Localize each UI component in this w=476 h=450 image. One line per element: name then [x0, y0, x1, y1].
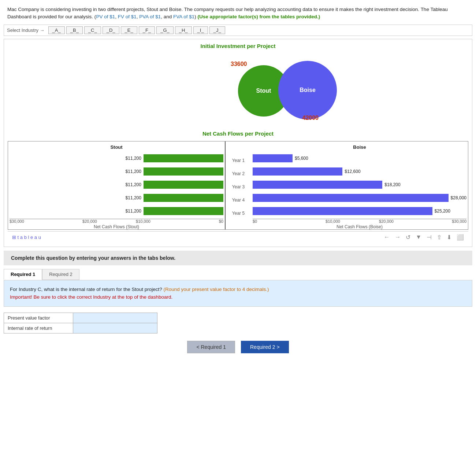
boise-axis-30k: $30,000 [413, 219, 466, 224]
stout-axis: $30,000 $20,000 $10,000 $0 [10, 219, 223, 224]
nav-back-icon[interactable]: ← [384, 234, 390, 241]
boise-axis-10k: $10,000 [306, 219, 360, 224]
year-3-label: Year 3 [226, 180, 251, 193]
stout-bar-row-4: $11,200 [10, 192, 223, 204]
boise-chart: Boise $5,600 $12,600 $18,200 $28,000 [251, 141, 468, 229]
irr-input[interactable] [77, 325, 153, 331]
answer-table: Present value factor Internal rate of re… [4, 313, 157, 333]
nav-start-icon[interactable]: ⊣ [427, 234, 432, 241]
nav-tab-e[interactable]: _E_ [121, 26, 137, 34]
stout-bar-fill-2 [144, 167, 223, 176]
boise-bar-row-4: $28,000 [253, 192, 466, 204]
boise-bar-value-2: $12,600 [342, 169, 360, 174]
pvf-input[interactable] [77, 315, 153, 321]
stout-chart-title: Stout [10, 144, 223, 150]
bottom-buttons: < Required 1 Required 2 > [4, 341, 472, 353]
stout-bar-value-4: $11,200 [126, 195, 144, 200]
nav-tab-c[interactable]: _C_ [84, 26, 101, 34]
boise-bars-container: $5,600 $12,600 $18,200 $28,000 $25,200 [253, 152, 466, 217]
stout-bar-graphic-4: $11,200 [10, 194, 223, 202]
tab-required2[interactable]: Required 2 [42, 269, 79, 280]
stout-bar-value-2: $11,200 [126, 169, 144, 174]
boise-bar-row-5: $25,200 [253, 205, 466, 217]
bold-instruction: (Use appropriate factor(s) from the tabl… [198, 14, 320, 19]
intro-text: Mac Company is considering investing in … [0, 0, 476, 25]
boise-axis-0: $0 [253, 219, 306, 224]
stout-axis-20k: $20,000 [63, 219, 116, 224]
btn-required2[interactable]: Required 2 > [241, 341, 289, 353]
stout-bar-row-2: $11,200 [10, 165, 223, 178]
nav-refresh-icon[interactable]: ↺ [406, 234, 410, 241]
nav-share-icon[interactable]: ⇧ [437, 234, 442, 241]
question-box: For Industry C, what is the internal rat… [4, 280, 472, 307]
boise-bar-graphic-4: $28,000 [253, 194, 466, 202]
nav-tab-b[interactable]: _B_ [66, 26, 83, 34]
boise-chart-title: Boise [253, 144, 466, 150]
nav-tab-j[interactable]: _J_ [209, 26, 225, 34]
dashboard: Initial Investment per Project 33600 Sto… [4, 39, 472, 247]
stout-bar-graphic-1: $11,200 [10, 154, 223, 162]
boise-bar-fill-5 [253, 207, 432, 215]
boise-bar-row-3: $18,200 [253, 178, 466, 191]
boise-bar-fill-1 [253, 154, 293, 162]
pv-link[interactable]: PV of $1 [96, 14, 115, 19]
boise-bar-graphic-1: $5,600 [253, 154, 466, 162]
pvf-label: Present value factor [4, 313, 73, 323]
boise-bar-row-2: $12,600 [253, 165, 466, 178]
nav-forward-icon[interactable]: → [395, 234, 401, 241]
boise-axis: $0 $10,000 $20,000 $30,000 [253, 219, 466, 224]
stout-axis-0: $0 [170, 219, 223, 224]
boise-bubble: Boise [278, 61, 337, 119]
boise-value: 42000 [302, 115, 319, 121]
nav-tab-a[interactable]: _A_ [48, 26, 65, 34]
tableau-footer: ⊞ t a b l e a u ← → ↺ ▼ ⊣ ⇧ ⬇ ⬜ [8, 231, 468, 243]
stout-bar-fill-1 [144, 154, 223, 162]
stout-axis-10k: $10,000 [116, 219, 170, 224]
boise-bar-value-5: $25,200 [432, 209, 450, 214]
boise-bubble-label: Boise [300, 87, 316, 93]
stout-footer: Net Cash Flows (Stout) [10, 224, 223, 229]
nav-tab-i[interactable]: _I_ [193, 26, 208, 34]
boise-bar-row-1: $5,600 [253, 152, 466, 165]
irr-input-cell[interactable] [73, 323, 157, 333]
pvf-input-cell[interactable] [73, 313, 157, 323]
stout-axis-30k: $30,000 [10, 219, 63, 224]
stout-bar-row-5: $11,200 [10, 205, 223, 217]
boise-bar-fill-4 [253, 194, 449, 202]
stout-bar-row-3: $11,200 [10, 178, 223, 191]
tableau-nav-icons: ← → ↺ ▼ ⊣ ⇧ ⬇ ⬜ [384, 234, 464, 241]
nav-fullscreen-icon[interactable]: ⬜ [457, 234, 464, 241]
nav-dropdown-icon[interactable]: ▼ [416, 234, 421, 241]
tab-required1[interactable]: Required 1 [4, 269, 42, 280]
boise-axis-20k: $20,000 [360, 219, 413, 224]
answer-row-irr: Internal rate of return [4, 323, 157, 333]
initial-investment-title: Initial Investment per Project [8, 43, 468, 49]
year-1-label: Year 1 [226, 154, 251, 167]
nav-tab-f[interactable]: _F_ [139, 26, 155, 34]
bottom-instruction: Complete this question by entering your … [4, 251, 472, 265]
stout-bar-value-1: $11,200 [126, 156, 144, 161]
boise-bar-graphic-3: $18,200 [253, 181, 466, 189]
question-text3: Important! Be sure to click the correct … [10, 294, 172, 300]
question-text1: For Industry C, what is the internal rat… [10, 287, 162, 292]
nav-tab-h[interactable]: _H_ [175, 26, 192, 34]
boise-footer: Net Cash Flows (Boise) [253, 224, 466, 229]
pva-link[interactable]: PVA of $1 [139, 14, 161, 19]
tabs-row: Required 1 Required 2 [4, 269, 472, 280]
boise-bar-value-1: $5,600 [293, 156, 308, 161]
boise-bar-value-3: $18,200 [382, 182, 400, 187]
stout-bar-value-5: $11,200 [126, 209, 144, 214]
nav-tab-g[interactable]: _G_ [156, 26, 174, 34]
boise-bar-graphic-5: $25,200 [253, 207, 466, 215]
question-text2: (Round your present value factor to 4 de… [163, 287, 269, 292]
nav-tab-d[interactable]: _D_ [103, 26, 119, 34]
fva-link[interactable]: FVA of $1 [173, 14, 194, 19]
bar-charts: Stout $11,200 $11,200 $11,200 $11,200 [8, 141, 468, 230]
btn-required1[interactable]: < Required 1 [187, 341, 235, 353]
nav-download-icon[interactable]: ⬇ [447, 234, 451, 241]
fv-link[interactable]: FV of $1 [118, 14, 137, 19]
bubble-chart: 33600 Stout Boise 42000 [8, 54, 468, 127]
year-2-label: Year 2 [226, 167, 251, 180]
instruction-text: Complete this question by entering your … [11, 255, 175, 261]
irr-label: Internal rate of return [4, 323, 73, 333]
